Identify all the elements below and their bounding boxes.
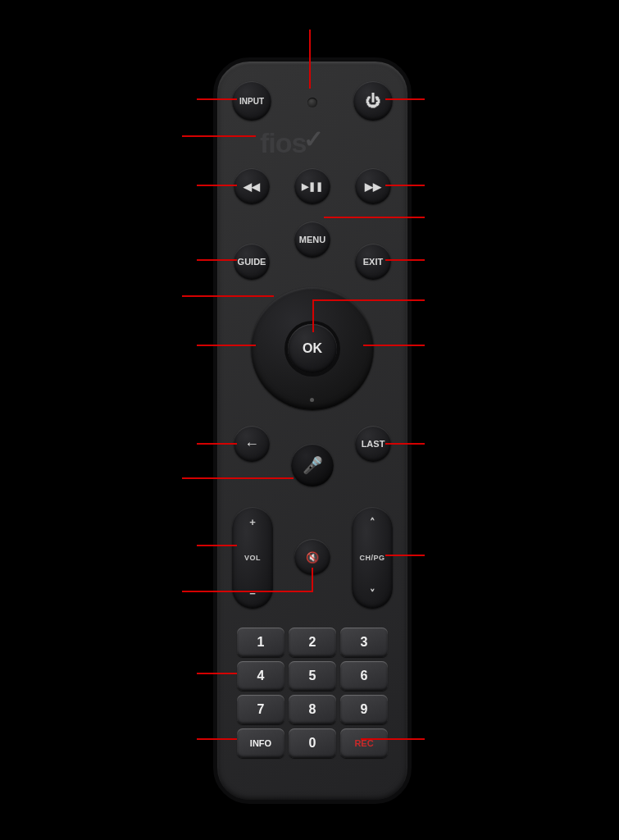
lead-channel [385,555,425,556]
menu-label: MENU [299,235,325,244]
lead-forward [385,185,425,186]
play-pause-icon: ▶❚❚ [302,182,323,191]
back-button[interactable]: ← [234,426,270,462]
rewind-button[interactable]: ◀◀ [234,168,270,204]
ok-label: OK [303,341,322,356]
lead-dpad-left [197,345,256,346]
ch-label: CH/PG [359,554,385,562]
brand-check-icon: ✓ [303,126,323,153]
lead-dpad-right [363,345,425,346]
info-key[interactable]: INFO [237,728,284,758]
guide-label: GUIDE [238,257,266,267]
numkey-0[interactable]: 0 [289,728,336,758]
lead-mic [182,477,294,479]
numkey-6[interactable]: 6 [340,661,388,691]
forward-icon: ▶▶ [365,181,381,192]
numkey-9[interactable]: 9 [340,695,388,724]
numkey-5[interactable]: 5 [289,661,336,691]
diagram-stage: INPUT ⏻ fios✓ ◀◀ ▶❚❚ ▶▶ MENU GUIDE EXIT [0,0,619,840]
play-pause-button[interactable]: ▶❚❚ [294,168,330,204]
rec-key[interactable]: REC [340,728,388,758]
dpad-dot [310,398,314,402]
lead-last [385,443,425,445]
forward-button[interactable]: ▶▶ [355,168,391,204]
numkey-1[interactable]: 1 [237,628,284,657]
guide-button[interactable]: GUIDE [234,244,270,280]
lead-sensor [309,30,311,89]
numkey-3[interactable]: 3 [340,628,388,657]
lead-mute-v [312,568,313,591]
vol-down-icon: − [249,588,256,599]
lead-info [197,738,237,740]
mute-icon: 🔇 [306,552,319,563]
brand-logo: fios✓ [260,127,325,159]
exit-label: EXIT [363,257,383,267]
back-icon: ← [244,436,259,451]
vol-up-icon: + [249,517,256,527]
rewind-icon: ◀◀ [244,181,260,192]
lead-mute-h [182,591,313,592]
menu-button[interactable]: MENU [294,221,330,258]
exit-button[interactable]: EXIT [355,244,391,280]
ch-up-icon: ˄ [370,517,375,527]
numkey-4[interactable]: 4 [237,661,284,691]
mic-icon: 🎤 [303,455,323,475]
lead-guide [197,259,237,261]
lead-numpad [197,673,237,674]
lead-ok-h [312,299,425,301]
lead-menu [324,217,425,218]
lead-dpad-up [182,295,274,297]
lead-volume [197,545,237,546]
brand-text: fios [260,127,306,158]
ir-sensor [307,98,317,107]
power-icon: ⏻ [366,94,380,108]
volume-rocker[interactable]: + VOL − [232,507,273,609]
input-label: INPUT [239,97,264,106]
last-label: LAST [362,439,385,449]
lead-input [197,98,237,100]
vol-label: VOL [244,554,261,562]
remote-body: INPUT ⏻ fios✓ ◀◀ ▶❚❚ ▶▶ MENU GUIDE EXIT [213,57,412,804]
lead-exit [385,259,425,261]
lead-ok-v [312,299,314,332]
ch-down-icon: ˅ [370,588,375,599]
input-button[interactable]: INPUT [232,81,271,121]
numkey-8[interactable]: 8 [289,695,336,724]
voice-button[interactable]: 🎤 [291,444,334,486]
channel-rocker[interactable]: ˄ CH/PG ˅ [352,507,393,609]
lead-rewind [197,185,237,186]
lead-brand [182,135,256,137]
power-button[interactable]: ⏻ [353,81,393,121]
lead-power [385,98,425,100]
numkey-7[interactable]: 7 [237,695,284,724]
lead-back [197,443,237,445]
lead-rec [361,738,425,740]
numkey-2[interactable]: 2 [289,628,336,657]
